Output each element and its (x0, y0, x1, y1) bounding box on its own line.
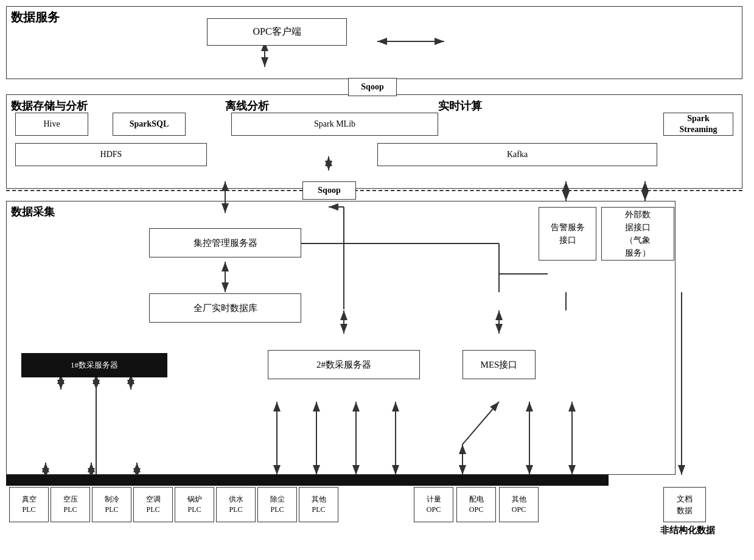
label-collection: 数据采集 (11, 205, 55, 219)
label-unstructured: 非结构化数据 (660, 525, 715, 536)
section-data-service (6, 6, 742, 79)
label-storage: 数据存储与分析 (11, 99, 88, 113)
box-plc-ac: 空调 PLC (133, 487, 173, 522)
box-server2: 2#数采服务器 (268, 350, 420, 379)
box-realtime-db: 全厂实时数据库 (149, 293, 301, 323)
box-plc-vacuum: 真空 PLC (9, 487, 49, 522)
box-plc-cold: 制冷 PLC (92, 487, 131, 522)
bottom-bar-left (6, 475, 463, 486)
box-kafka: Kafka (377, 143, 657, 166)
box-opc-client: OPC客户端 (207, 18, 347, 46)
box-central-server: 集控管理服务器 (149, 228, 301, 257)
box-plc-air: 空压 PLC (51, 487, 90, 522)
box-hdfs: HDFS (15, 143, 207, 166)
box-sqoop-top: Sqoop (348, 78, 397, 96)
bottom-bar-right (438, 475, 609, 486)
label-data-service: 数据服务 (11, 9, 60, 26)
label-realtime-calc: 实时计算 (438, 99, 482, 113)
label-offline: 离线分析 (225, 99, 269, 113)
box-opc-power: 配电 OPC (456, 487, 496, 522)
box-alarm: 告警服务 接口 (539, 207, 596, 261)
box-plc-dust: 除尘 PLC (257, 487, 297, 522)
box-hive: Hive (15, 113, 88, 136)
box-spark-streaming: Spark Streaming (663, 113, 733, 136)
box-doc-data: 文档 数据 (663, 487, 706, 522)
box-opc-meter: 计量 OPC (414, 487, 453, 522)
section-storage (6, 94, 742, 189)
box-server1-label: 1#数采服务器 (21, 353, 167, 377)
box-plc-other: 其他 PLC (299, 487, 338, 522)
main-diagram: 数据服务 OPC客户端 数据存储与分析 离线分析 实时计算 Sqoop Hive… (0, 0, 754, 560)
box-sparksql: SparkSQL (113, 113, 186, 136)
box-mes: MES接口 (463, 350, 536, 379)
box-external: 外部数 据接口 （气象 服务） (601, 207, 674, 261)
box-sqoop-mid: Sqoop (302, 181, 356, 200)
box-plc-water: 供水 PLC (216, 487, 256, 522)
box-opc-other: 其他 OPC (499, 487, 539, 522)
dashed-divider (6, 190, 742, 191)
box-spark-mlib: Spark MLib (231, 113, 438, 136)
box-plc-boiler: 锅炉 PLC (175, 487, 214, 522)
